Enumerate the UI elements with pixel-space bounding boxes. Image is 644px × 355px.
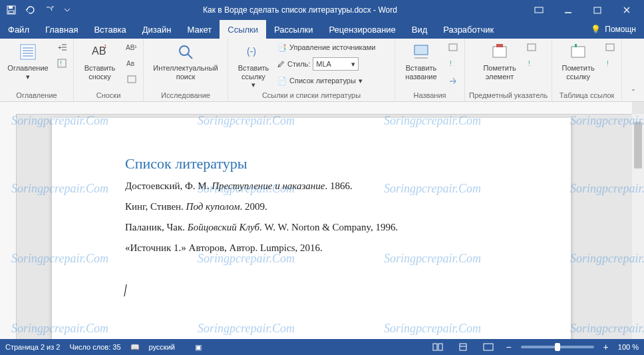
window-title: Как в Ворде сделать список литературы.do… (76, 5, 524, 15)
macro-icon[interactable]: ▣ (195, 343, 202, 352)
tab-ссылки[interactable]: Ссылки (220, 20, 266, 39)
svg-line-23 (188, 54, 192, 59)
svg-text:!: ! (60, 60, 62, 67)
footnote-icon: AB1 (89, 41, 110, 63)
mark-entry-button[interactable]: Пометить элемент (478, 40, 522, 82)
spellcheck-icon[interactable]: 📖 (130, 343, 140, 352)
vertical-scrollbar[interactable] (632, 114, 644, 339)
insert-index-icon[interactable] (524, 40, 539, 55)
bibliography-entry: «Источник 1.» Авторов, Автор. Lumpics, 2… (125, 241, 498, 255)
save-icon[interactable] (3, 1, 20, 19)
mark-citation-icon (567, 41, 589, 63)
svg-rect-30 (496, 44, 503, 47)
zoom-in-icon[interactable]: + (603, 342, 609, 352)
group-label-research: Исследование (161, 91, 210, 101)
group-label-index: Предметный указатель (469, 91, 548, 101)
tab-разработчик[interactable]: Разработчик (435, 20, 502, 39)
svg-rect-29 (493, 47, 506, 57)
print-layout-icon[interactable] (455, 340, 471, 354)
citation-style-combo[interactable]: 🖉 Стиль: MLA▾ (277, 57, 391, 71)
status-words[interactable]: Число слов: 35 (69, 343, 120, 351)
tab-главная[interactable]: Главная (37, 20, 86, 39)
insert-table-figures-icon[interactable] (446, 40, 460, 55)
svg-rect-35 (606, 44, 614, 51)
svg-rect-31 (528, 44, 536, 51)
group-label-citations: Ссылки и списки литературы (262, 91, 361, 101)
lightbulb-icon: 💡 (591, 25, 601, 34)
collapse-ribbon-icon[interactable]: ˇ (627, 87, 640, 100)
insert-footnote-button[interactable]: AB1 Вставить сноску (78, 40, 122, 82)
svg-rect-38 (438, 344, 442, 350)
minimize-icon[interactable] (554, 0, 583, 20)
horizontal-ruler[interactable] (16, 102, 632, 115)
add-text-icon[interactable]: + (55, 40, 69, 55)
next-footnote-icon[interactable]: Aв (124, 56, 139, 71)
tab-файл[interactable]: Файл (0, 20, 37, 39)
svg-rect-2 (9, 11, 14, 13)
svg-rect-15 (58, 59, 66, 67)
group-label-toc: Оглавление (16, 91, 57, 101)
bibliography-button[interactable]: 📄 Список литературы▾ (277, 73, 391, 88)
vertical-ruler[interactable] (0, 102, 17, 339)
group-label-footnotes: Сноски (96, 91, 121, 101)
tab-вид[interactable]: Вид (404, 20, 436, 39)
ribbon-display-icon[interactable] (524, 0, 554, 20)
tab-дизайн[interactable]: Дизайн (134, 20, 180, 39)
update-table-icon[interactable]: ! (446, 56, 460, 71)
mark-citation-button[interactable]: Пометить ссылку (556, 40, 600, 82)
tab-макет[interactable]: Макет (179, 20, 220, 39)
update-toa-icon[interactable]: ! (603, 56, 617, 71)
svg-rect-37 (433, 344, 437, 350)
group-label-toa: Таблица ссылок (560, 91, 615, 101)
manage-sources-button[interactable]: 📑 Управление источниками (277, 40, 391, 55)
svg-text:!: ! (528, 60, 530, 67)
bibliography-entry: Достоевский, Ф. М. Преступление и наказа… (125, 179, 498, 193)
maximize-icon[interactable] (583, 0, 612, 20)
read-mode-icon[interactable] (430, 340, 446, 354)
toc-button[interactable]: Оглавление▾ (4, 40, 52, 82)
zoom-out-icon[interactable]: − (506, 342, 511, 352)
web-layout-icon[interactable] (480, 340, 496, 354)
svg-rect-3 (535, 7, 543, 13)
ribbon: Оглавление▾ + ! Оглавление AB1 Вставить … (0, 39, 644, 102)
insert-caption-button[interactable]: Вставить название (399, 40, 443, 82)
status-bar: Страница 2 из 2 Число слов: 35 📖 русский… (0, 339, 644, 355)
tell-me[interactable]: 💡 Помощн (583, 20, 644, 39)
insert-citation-button[interactable]: (-) Вставить ссылку▾ (232, 40, 275, 91)
citation-icon: (-) (243, 41, 264, 63)
smart-lookup-button[interactable]: Интеллектуальный поиск (148, 40, 224, 82)
status-language[interactable]: русский (149, 343, 175, 351)
svg-rect-27 (449, 44, 457, 51)
page-canvas[interactable]: Список литературы Достоевский, Ф. М. Пре… (52, 118, 571, 339)
insert-toa-icon[interactable] (603, 40, 617, 55)
svg-text:+: + (58, 44, 62, 51)
tab-рассылки[interactable]: Рассылки (266, 20, 321, 39)
svg-rect-34 (575, 44, 577, 47)
cross-reference-icon[interactable] (446, 72, 460, 87)
svg-text:1: 1 (104, 43, 107, 49)
qa-customize-icon[interactable] (59, 1, 76, 19)
svg-rect-39 (460, 344, 466, 350)
svg-text:AB¹: AB¹ (126, 44, 137, 51)
zoom-level[interactable]: 100 % (618, 343, 639, 351)
update-toc-icon[interactable]: ! (55, 56, 69, 71)
title-bar: Как в Ворде сделать список литературы.do… (0, 0, 644, 20)
undo-icon[interactable] (21, 1, 39, 19)
tab-вставка[interactable]: Вставка (86, 20, 134, 39)
scrollbar-thumb[interactable] (634, 122, 642, 169)
bibliography-entry: Кинг, Стивен. Под куполом. 2009. (125, 200, 498, 214)
mark-entry-icon (489, 41, 510, 63)
zoom-slider[interactable] (521, 346, 594, 348)
show-notes-icon[interactable] (124, 72, 139, 87)
status-page[interactable]: Страница 2 из 2 (5, 343, 60, 351)
update-index-icon[interactable]: ! (524, 56, 539, 71)
redo-icon[interactable] (40, 1, 57, 19)
tab-рецензирование[interactable]: Рецензирование (321, 20, 403, 39)
svg-point-22 (180, 46, 189, 55)
insert-endnote-icon[interactable]: AB¹ (124, 40, 139, 55)
chevron-down-icon: ▾ (351, 60, 355, 69)
ribbon-tabs: ФайлГлавнаяВставкаДизайнМакетСсылкиРассы… (0, 20, 644, 39)
document-area: Список литературы Достоевский, Ф. М. Пре… (0, 102, 644, 339)
close-icon[interactable] (612, 0, 641, 20)
toc-icon (17, 41, 39, 63)
